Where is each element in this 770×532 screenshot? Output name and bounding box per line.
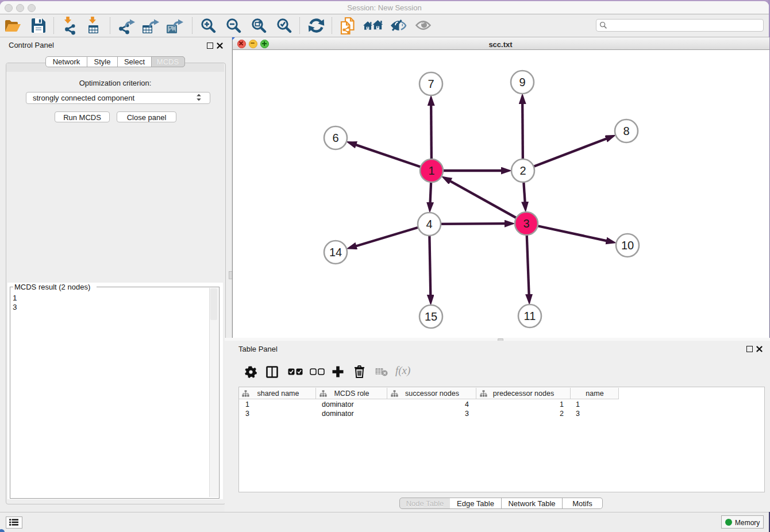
svg-text:6: 6 <box>332 132 338 144</box>
svg-text:7: 7 <box>428 78 434 90</box>
svg-text:10: 10 <box>621 239 634 252</box>
svg-text:14: 14 <box>329 246 342 259</box>
svg-text:8: 8 <box>623 125 629 137</box>
svg-text:3: 3 <box>523 217 529 230</box>
svg-text:15: 15 <box>425 310 437 323</box>
svg-text:11: 11 <box>524 310 536 322</box>
svg-text:4: 4 <box>426 218 432 230</box>
svg-text:2: 2 <box>519 164 526 177</box>
svg-text:9: 9 <box>519 76 525 88</box>
svg-text:1: 1 <box>428 164 434 177</box>
